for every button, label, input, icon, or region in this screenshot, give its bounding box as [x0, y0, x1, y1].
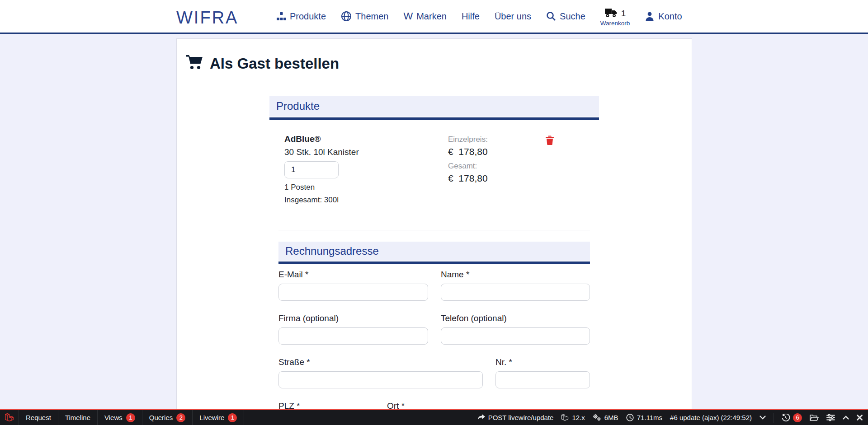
account-button[interactable]: Konto: [645, 11, 682, 22]
product-variant: 30 Stk. 10l Kanister: [284, 147, 599, 157]
billing-section: Rechnungsadresse E-Mail * Name * F: [278, 242, 590, 425]
street-label: Straße *: [278, 357, 483, 367]
phone-label: Telefon (optional): [441, 313, 590, 323]
laravel-logo-icon: [0, 410, 19, 425]
total-price-value: € 178,80: [448, 173, 488, 184]
unit-price-label: Einzelpreis:: [448, 135, 488, 144]
name-input[interactable]: [441, 284, 590, 301]
item-count-text: 1 Posten: [284, 183, 599, 192]
email-input[interactable]: [278, 284, 428, 301]
globe-icon: [341, 11, 352, 22]
price-column: Einzelpreis: € 178,80 Gesamt: € 178,80: [448, 135, 488, 184]
name-field-group: Name *: [441, 270, 590, 301]
main-menu: Produkte Themen W Marken Hilfe Über uns …: [277, 0, 682, 33]
company-label: Firma (optional): [278, 313, 428, 323]
products-section-header: Produkte: [269, 96, 599, 117]
debugbar-separator: [774, 413, 774, 423]
chevron-up-icon[interactable]: [843, 416, 849, 420]
name-label: Name *: [441, 270, 590, 280]
cart-button[interactable]: 1 Warenkorb: [600, 8, 630, 27]
request-status[interactable]: POST livewire/update: [477, 414, 554, 421]
nav-item-produkte[interactable]: Produkte: [277, 11, 326, 22]
history-button[interactable]: 6: [782, 413, 802, 422]
clock-icon: [626, 414, 634, 421]
street-input[interactable]: [278, 371, 483, 388]
history-badge: 6: [793, 413, 802, 422]
request-duration: 71.11ms: [626, 414, 662, 421]
nav-item-themen[interactable]: Themen: [341, 11, 388, 22]
truck-icon: [604, 8, 618, 19]
email-label: E-Mail *: [278, 270, 428, 280]
total-volume-text: Insgesamt: 300l: [284, 196, 599, 205]
debugbar-tab-livewire[interactable]: Livewire 1: [193, 410, 244, 425]
debugbar-tab-queries[interactable]: Queries 2: [142, 410, 193, 425]
w-mark-icon: W: [403, 10, 413, 22]
company-field-group: Firma (optional): [278, 313, 428, 345]
top-navigation: WIFRA Produkte Themen W Marken Hilfe Übe…: [0, 0, 868, 34]
number-input[interactable]: [495, 371, 590, 388]
sitemap-icon: [277, 12, 286, 21]
products-section: Produkte AdBlue® 30 Stk. 10l Kanister 1 …: [269, 96, 599, 425]
total-price-label: Gesamt:: [448, 162, 488, 171]
user-icon: [645, 11, 655, 21]
products-section-title: Produkte: [276, 100, 320, 112]
unit-price-value: € 178,80: [448, 146, 488, 157]
number-field-group: Nr. *: [495, 357, 590, 388]
checkout-card: Als Gast bestellen Produkte AdBlue® 30 S…: [176, 38, 692, 425]
billing-form: E-Mail * Name * Firma (optional) Telefon: [278, 270, 590, 425]
street-field-group: Straße *: [278, 357, 483, 388]
debugbar-tab-request[interactable]: Request: [19, 410, 58, 425]
phone-input[interactable]: [441, 327, 590, 345]
chevron-down-icon[interactable]: [760, 416, 766, 420]
remove-item-button[interactable]: [544, 135, 555, 146]
settings-sliders-icon[interactable]: [826, 414, 835, 421]
nav-item-hilfe[interactable]: Hilfe: [462, 11, 480, 22]
nav-item-label: Produkte: [290, 11, 326, 22]
queries-badge: 2: [176, 413, 185, 422]
page-title: Als Gast bestellen: [186, 54, 692, 74]
nav-item-label: Marken: [416, 11, 447, 22]
nav-item-suche[interactable]: Suche: [546, 11, 585, 22]
cart-label: Warenkorb: [600, 20, 630, 27]
views-badge: 1: [126, 413, 135, 422]
gears-icon: [593, 414, 601, 421]
nav-item-label: Hilfe: [462, 11, 480, 22]
nav-item-label: Konto: [658, 11, 682, 22]
debugbar-tabs: Request Timeline Views 1 Queries 2 Livew…: [0, 410, 244, 425]
nav-item-label: Themen: [355, 11, 388, 22]
livewire-badge: 1: [228, 413, 237, 422]
billing-section-header: Rechnungsadresse: [278, 242, 590, 261]
company-input[interactable]: [278, 327, 428, 345]
cart-count: 1: [621, 9, 626, 19]
folder-icon[interactable]: [810, 414, 819, 421]
nav-item-ueber-uns[interactable]: Über uns: [495, 11, 531, 22]
nav-item-marken[interactable]: W Marken: [403, 10, 446, 22]
section-divider-line: [269, 117, 599, 120]
request-label[interactable]: #6 update (ajax) (22:49:52): [670, 414, 752, 421]
cart-item-row: AdBlue® 30 Stk. 10l Kanister 1 Posten In…: [269, 134, 599, 205]
memory-usage: 6MB: [593, 414, 618, 421]
email-field-group: E-Mail *: [278, 270, 428, 301]
brand-logo[interactable]: WIFRA: [176, 8, 238, 28]
close-icon[interactable]: [857, 415, 863, 420]
section-divider-line: [278, 262, 590, 264]
trash-icon: [545, 140, 554, 146]
nav-item-label: Suche: [560, 11, 585, 22]
debugbar-tab-views[interactable]: Views 1: [98, 410, 142, 425]
search-icon: [546, 11, 556, 21]
content-divider: [278, 230, 590, 230]
debugbar-tab-timeline[interactable]: Timeline: [58, 410, 98, 425]
debugbar: Request Timeline Views 1 Queries 2 Livew…: [0, 409, 868, 425]
history-icon: [782, 414, 790, 422]
share-icon: [477, 414, 485, 421]
laravel-version: 12.x: [561, 414, 585, 421]
billing-section-title: Rechnungsadresse: [285, 245, 379, 257]
number-label: Nr. *: [495, 357, 590, 367]
phone-field-group: Telefon (optional): [441, 313, 590, 345]
cart-icon: [186, 54, 204, 74]
nav-item-label: Über uns: [495, 11, 531, 22]
laravel-outline-icon: [561, 414, 569, 421]
quantity-input[interactable]: [284, 161, 339, 178]
debugbar-status: POST livewire/update 12.x 6MB 71.11ms #6…: [477, 413, 868, 423]
